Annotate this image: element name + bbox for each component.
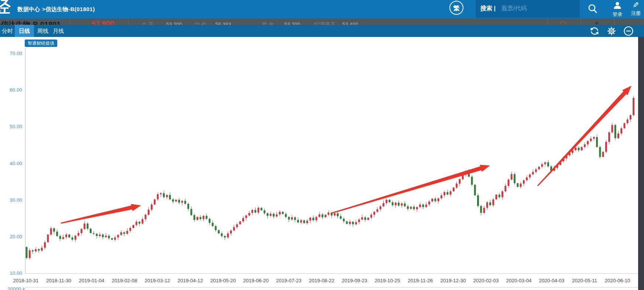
right-edge-panel[interactable] — [638, 37, 644, 290]
volume-pane-top-line — [25, 287, 638, 287]
volume-axis-label: 20000 k — [7, 286, 25, 290]
trend-arrows-overlay — [0, 0, 644, 290]
trend-arrow-1 — [61, 204, 141, 224]
trend-arrow-3 — [537, 86, 631, 186]
stock-chart-page: { "header": { "logo_partial": "经", "brea… — [0, 0, 644, 290]
trend-arrow-2 — [332, 165, 490, 214]
